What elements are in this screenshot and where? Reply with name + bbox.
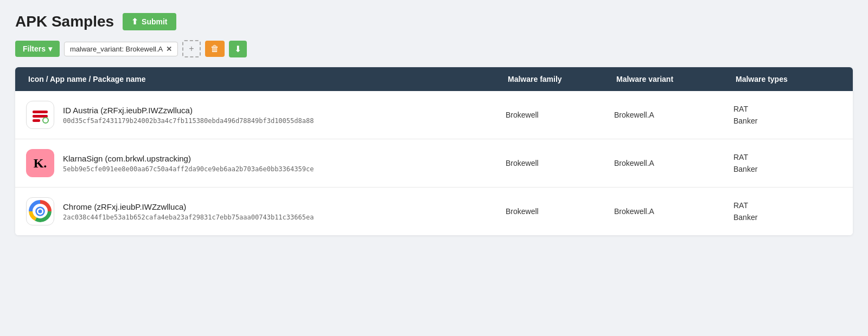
col-header-family: Malware family	[506, 75, 614, 83]
chevron-down-icon: ▾	[48, 44, 52, 53]
malware-family: Brokewell	[506, 207, 614, 216]
filters-bar: Filters ▾ malware_variant: Brokewell.A ✕…	[15, 40, 853, 57]
svg-rect-0	[33, 111, 48, 113]
submit-label: Submit	[142, 17, 167, 26]
apk-samples-table: Icon / App name / Package name Malware f…	[15, 67, 853, 235]
svg-rect-2	[33, 119, 40, 122]
remove-filter-button[interactable]: ✕	[166, 45, 172, 53]
col-header-app: Icon / App name / Package name	[26, 75, 506, 83]
active-filter-tag: malware_variant: Brokewell.A ✕	[64, 42, 178, 56]
app-cell: Chrome (zRFxj.ieubP.IWZzwlluca) 2ac038c4…	[26, 197, 506, 225]
malware-types: RATBanker	[733, 103, 842, 127]
app-name: KlarnaSign (com.brkwl.upstracking)	[63, 154, 314, 163]
page-title: APK Samples	[15, 13, 114, 30]
app-name: ID Austria (zRFxj.ieubP.IWZzwlluca)	[63, 106, 314, 115]
filter-tag-text: malware_variant: Brokewell.A	[70, 45, 163, 53]
malware-family: Brokewell	[506, 159, 614, 167]
app-info: Chrome (zRFxj.ieubP.IWZzwlluca) 2ac038c4…	[63, 202, 314, 221]
col-header-types: Malware types	[733, 75, 842, 83]
svg-point-7	[39, 210, 42, 214]
malware-types: RATBanker	[733, 151, 842, 176]
app-hash: 5ebb9e5cfe091ee8e00aa67c50a4aff2da90ce9e…	[63, 165, 314, 173]
col-header-variant: Malware variant	[614, 75, 733, 83]
malware-family: Brokewell	[506, 111, 614, 119]
table-row[interactable]: Chrome (zRFxj.ieubP.IWZzwlluca) 2ac038c4…	[15, 188, 853, 235]
page-header: APK Samples ⬆ Submit	[15, 13, 853, 30]
plus-icon: +	[189, 44, 194, 54]
table-header-row: Icon / App name / Package name Malware f…	[15, 67, 853, 91]
upload-icon: ⬆	[131, 17, 138, 27]
download-icon: ⬇	[234, 44, 241, 54]
id-austria-svg	[30, 105, 50, 125]
app-name: Chrome (zRFxj.ieubP.IWZzwlluca)	[63, 202, 314, 211]
app-icon-id-austria	[26, 101, 54, 129]
malware-variant: Brokewell.A	[614, 159, 733, 167]
app-cell: K. KlarnaSign (com.brkwl.upstracking) 5e…	[26, 149, 506, 177]
malware-variant: Brokewell.A	[614, 111, 733, 119]
app-hash: 2ac038c44f1be53a1b652cafa4eba23af29831c7…	[63, 214, 314, 221]
svg-point-3	[43, 118, 48, 123]
chrome-svg	[29, 200, 52, 223]
klarna-text-icon: K.	[34, 156, 47, 171]
filters-label: Filters	[23, 44, 46, 53]
app-info: ID Austria (zRFxj.ieubP.IWZzwlluca) 00d3…	[63, 106, 314, 125]
table-row[interactable]: K. KlarnaSign (com.brkwl.upstracking) 5e…	[15, 139, 853, 188]
add-filter-button[interactable]: +	[182, 40, 200, 57]
table-row[interactable]: ID Austria (zRFxj.ieubP.IWZzwlluca) 00d3…	[15, 91, 853, 139]
submit-button[interactable]: ⬆ Submit	[123, 13, 176, 30]
app-icon-chrome	[26, 197, 54, 225]
app-cell: ID Austria (zRFxj.ieubP.IWZzwlluca) 00d3…	[26, 101, 506, 129]
app-icon-klarna: K.	[26, 149, 54, 177]
malware-types: RATBanker	[733, 199, 842, 224]
trash-icon: 🗑	[210, 44, 219, 54]
filters-button[interactable]: Filters ▾	[15, 41, 60, 57]
delete-button[interactable]: 🗑	[205, 41, 225, 57]
page-container: APK Samples ⬆ Submit Filters ▾ malware_v…	[0, 0, 868, 336]
app-info: KlarnaSign (com.brkwl.upstracking) 5ebb9…	[63, 154, 314, 173]
download-button[interactable]: ⬇	[229, 41, 247, 57]
malware-variant: Brokewell.A	[614, 207, 733, 216]
app-hash: 00d35cf5af2431179b24002b3a4c7fb115380ebd…	[63, 117, 314, 125]
